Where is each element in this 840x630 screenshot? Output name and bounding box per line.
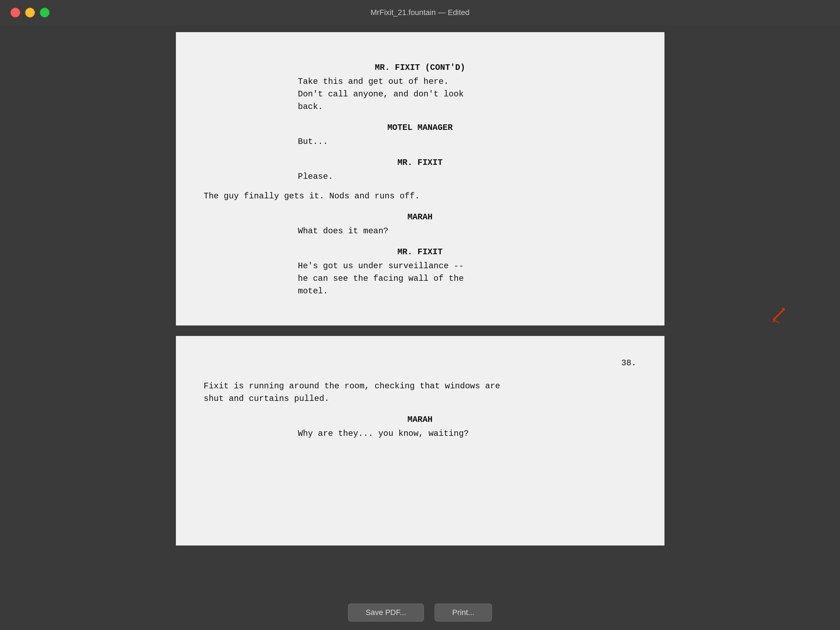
close-button[interactable] (11, 8, 20, 17)
minimize-button[interactable] (25, 8, 35, 17)
dialogue-please: Please. (298, 171, 542, 183)
maximize-button[interactable] (40, 8, 49, 17)
action-nods-runs: The guy finally gets it. Nods and runs o… (204, 190, 636, 203)
title-bar: MrFixit_21.fountain — Edited (0, 0, 840, 25)
script-page-2: 38. Fixit is running around the room, ch… (176, 336, 665, 546)
character-motel-manager: MOTEL MANAGER (204, 122, 636, 134)
page-number-38: 38. (204, 357, 636, 369)
dialogue-take-this: Take this and get out of here.Don't call… (298, 76, 542, 113)
print-button[interactable]: Print... (434, 603, 493, 622)
character-mr-fixit-contd: MR. FIXIT (CONT'D) (204, 62, 636, 74)
dialogue-why-waiting: Why are they... you know, waiting? (298, 427, 542, 440)
save-pdf-button[interactable]: Save PDF... (348, 603, 424, 622)
bottom-bar: Save PDF... Print... (0, 595, 840, 630)
dialogue-surveillance: He's got us under surveillance --he can … (298, 260, 542, 298)
scroll-area[interactable]: MR. FIXIT (CONT'D) Take this and get out… (0, 25, 840, 595)
window-title: MrFixit_21.fountain — Edited (371, 8, 470, 17)
character-mr-fixit-2: MR. FIXIT (204, 157, 636, 169)
svg-marker-1 (782, 307, 785, 311)
cursor-icon-area (772, 306, 786, 324)
character-marah-2: MARAH (204, 413, 636, 426)
character-mr-fixit-3: MR. FIXIT (204, 246, 636, 258)
app-window: MrFixit_21.fountain — Edited MR. FIXIT (… (0, 0, 840, 630)
pen-cursor-icon (772, 306, 786, 323)
action-fixit-running: Fixit is running around the room, checki… (204, 380, 636, 405)
dialogue-but: But... (298, 136, 542, 148)
character-marah-1: MARAH (204, 211, 636, 223)
script-page-1: MR. FIXIT (CONT'D) Take this and get out… (176, 32, 665, 326)
svg-line-0 (774, 309, 784, 320)
window-controls (11, 8, 49, 17)
dialogue-what-does: What does it mean? (298, 225, 542, 237)
svg-line-2 (773, 320, 775, 322)
svg-line-3 (774, 320, 780, 323)
